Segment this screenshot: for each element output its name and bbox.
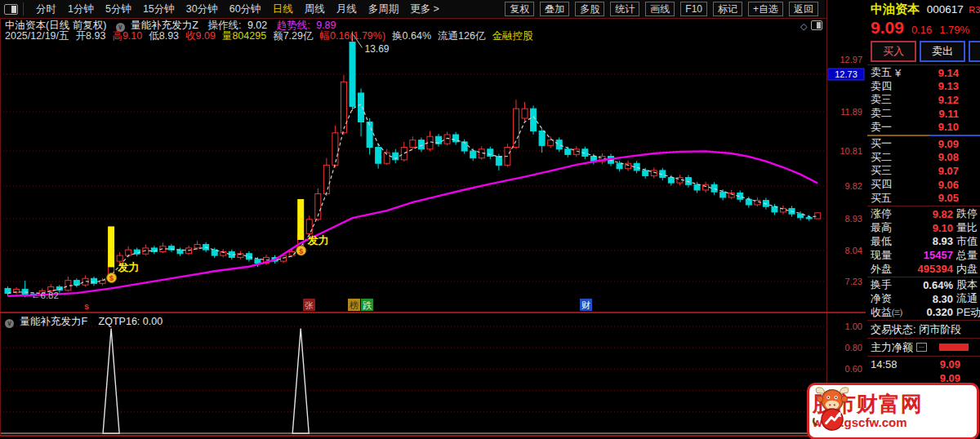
ask-row-4[interactable]: 卖四9.13 [867,80,980,94]
menu-separator [23,2,24,16]
ohlc-field-9: 流通126亿 [438,30,485,42]
bull-icon [809,385,855,432]
svg-text:8.93: 8.93 [845,214,862,224]
sub-chart-header: ∨ 量能补充发力F ZQTP16: 0.00 [5,315,163,329]
bid-row-1[interactable]: 买一9.09 [867,137,980,151]
tool-button-0[interactable]: 复权 [505,2,534,16]
app-window: 11.8910.819.828.938.047.2312.9712.73发力$发… [0,0,980,439]
bid-levels: 买一9.09买二9.08买三9.07买四9.06买五9.05 [867,137,980,205]
tool-button-4[interactable]: 画线 [645,2,675,16]
menu-item-5[interactable]: 60分钟 [229,2,261,16]
svg-text:10.81: 10.81 [840,146,862,156]
svg-text:榜: 榜 [350,300,359,310]
menu-item-9[interactable]: 多周期 [368,2,399,16]
ohlc-field-7: 幅0.16(1.79%) [319,30,385,42]
sub-indicator-name: 量能补充发力F [20,316,87,327]
ask-row-3[interactable]: 卖三9.12 [867,93,980,107]
split-window-icon[interactable] [811,20,822,30]
quote-stats: 涨停9.82跌停最高9.10量比最低8.93市值现量15457总量外盘49539… [867,207,980,319]
ohlc-field-1: 开8.93 [76,30,106,42]
menu-item-0[interactable]: 分时 [36,2,56,16]
tick-row-0: 14:589.09 [867,357,980,371]
stat-row-6: 净资8.30流通 [867,292,980,306]
quote-price-row: 9.09 0.16 1.79% [867,18,980,39]
svg-text:9.82: 9.82 [845,181,862,191]
ask-row-2[interactable]: 卖二9.11 [867,107,980,121]
stat-row-7: 收益㈢0.320PE动 [867,306,980,320]
stock-tag: R30 [969,5,980,15]
sell-button[interactable]: 卖出 [920,41,965,62]
menu-item-10[interactable]: 更多 > [410,2,439,16]
menu-item-1[interactable]: 1分钟 [68,2,94,16]
svg-text:1.00: 1.00 [845,321,862,331]
price-change: 0.16 [911,24,932,36]
tool-button-7[interactable]: +自选 [748,2,783,16]
tools-menu: 复权叠加多股统计画线F10标记+自选返回 [505,2,818,16]
stock-code: 000617 [927,3,964,16]
diamond-icon[interactable]: ◇ [800,21,807,31]
query-button[interactable]: 查询 [969,41,980,62]
main-chart-svg[interactable]: 11.8910.819.828.938.047.2312.9712.73发力$发… [0,0,866,439]
bid-row-5[interactable]: 买五9.05 [867,191,980,205]
divider [867,320,980,321]
stat-row-0: 涨停9.82跌停 [867,207,980,221]
ohlc-field-2: 高9.10 [112,30,142,42]
ohlc-info-line: 2025/12/19/五开8.93高9.10低8.93收9.09量804295额… [5,29,539,43]
menu-item-2[interactable]: 5分钟 [105,2,131,16]
tool-button-2[interactable]: 多股 [575,2,604,16]
menu-item-7[interactable]: 周线 [305,2,325,16]
tool-button-6[interactable]: 标记 [713,2,742,16]
window-layout-icon[interactable] [4,4,18,15]
tick-list: 14:589.099.09 [867,357,980,384]
sub-indicator-param: ZQTP16: 0.00 [99,316,163,327]
stat-row-4: 外盘495394内盘 [867,262,980,276]
stat-row-3: 现量15457总量 [867,248,980,262]
svg-text:12.73: 12.73 [835,69,858,79]
main-force-label: 主力净额 [871,340,913,355]
menu-item-6[interactable]: 日线 [273,2,293,16]
ohlc-field-8: 换0.64% [392,30,431,42]
stat-row-1: 最高9.10量比 [867,221,980,235]
svg-text:$: $ [299,247,303,255]
last-price: 9.09 [871,18,904,38]
menu-bar: 分时1分钟5分钟15分钟30分钟60分钟日线周线月线多周期更多 > 复权叠加多股… [0,0,825,18]
svg-text:发力: 发力 [118,261,140,273]
tool-button-3[interactable]: 统计 [610,2,639,16]
quote-header: 中油资本 000617 R30 [867,0,980,18]
tool-button-8[interactable]: 返回 [789,2,818,16]
bid-row-4[interactable]: 买四9.06 [867,178,980,192]
buy-button[interactable]: 买入 [871,41,916,62]
svg-text:7.23: 7.23 [845,277,862,286]
menu-item-4[interactable]: 30分钟 [186,2,218,16]
price-change-pct: 1.79% [939,24,969,36]
svg-text:11.89: 11.89 [840,107,862,117]
ask-levels: 卖五¥9.14卖四9.13卖三9.12卖二9.11卖一9.10 [867,66,980,134]
svg-text:0.60: 0.60 [845,364,862,374]
main-force-row[interactable]: 主力净额 [867,339,980,355]
main-force-bar [939,344,969,351]
ohlc-field-4: 收9.09 [185,30,216,42]
svg-text:8.04: 8.04 [845,246,862,255]
sub-indicator-collapse-icon[interactable]: ∨ [5,319,14,328]
main-force-icon [916,343,927,352]
stat-row-2: 最低8.93市值 [867,235,980,249]
trade-buttons: 买入 卖出 查询 [867,39,980,64]
trade-status: 交易状态: 闭市阶段 [867,321,980,337]
ohlc-field-10: 金融控股 [492,30,532,42]
stock-name: 中油资本 [871,2,920,16]
svg-text:0.80: 0.80 [845,343,862,353]
period-menu: 分时1分钟5分钟15分钟30分钟60分钟日线周线月线多周期更多 > [30,2,445,16]
tool-button-5[interactable]: F10 [680,2,707,16]
ask-row-1[interactable]: 卖一9.10 [867,120,980,134]
menu-item-3[interactable]: 15分钟 [143,2,175,16]
menu-item-8[interactable]: 月线 [336,2,357,16]
bid-row-3[interactable]: 买三9.07 [867,164,980,178]
quote-panel: 中油资本 000617 R30 9.09 0.16 1.79% 买入 卖出 查询… [867,0,980,436]
tool-button-1[interactable]: 叠加 [540,2,569,16]
svg-text:12.97: 12.97 [840,55,862,64]
ask-row-5[interactable]: 卖五¥9.14 [867,66,980,80]
ohlc-field-5: 量804295 [222,30,266,42]
svg-text:发力: 发力 [307,234,329,246]
svg-text:13.69: 13.69 [365,43,390,55]
bid-row-2[interactable]: 买二9.08 [867,151,980,165]
